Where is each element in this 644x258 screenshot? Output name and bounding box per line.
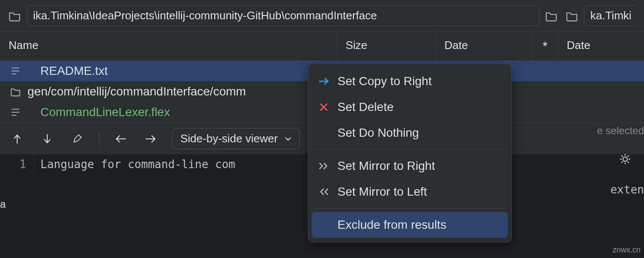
- prev-diff-button[interactable]: [9, 130, 26, 147]
- context-menu: Set Copy to Right Set Delete Set Do Noth…: [308, 64, 512, 243]
- column-date-left[interactable]: Date: [436, 32, 532, 60]
- menu-separator: [314, 149, 505, 150]
- path-bar: ika.Timkina\IdeaProjects\intellij-commun…: [0, 0, 644, 31]
- menu-mirror-right[interactable]: Set Mirror to Right: [308, 153, 511, 179]
- text-file-icon: [10, 66, 21, 76]
- forward-button[interactable]: [142, 130, 159, 147]
- file-name: CommandLineLexer.flex: [32, 105, 170, 119]
- menu-label: Set Do Nothing: [337, 126, 419, 140]
- menu-set-copy-right[interactable]: Set Copy to Right: [308, 68, 511, 94]
- menu-set-delete[interactable]: Set Delete: [308, 94, 511, 120]
- right-path-input[interactable]: ka.Timki: [584, 5, 635, 26]
- toolbar-divider: [99, 132, 99, 146]
- chevron-down-icon: [285, 136, 292, 141]
- menu-mirror-left[interactable]: Set Mirror to Left: [308, 179, 511, 205]
- viewer-mode-dropdown[interactable]: Side-by-side viewer: [172, 128, 300, 149]
- left-tab[interactable]: a: [0, 198, 6, 211]
- text-file-icon: [10, 108, 21, 117]
- watermark: znwx.cn: [613, 246, 641, 255]
- menu-exclude-results[interactable]: Exclude from results: [312, 212, 508, 238]
- next-diff-button[interactable]: [39, 130, 56, 147]
- table-header: Name Size Date * Date: [0, 31, 644, 61]
- right-path-segment: ka.Timki: [566, 5, 635, 26]
- editor-line-right: exten: [611, 180, 644, 200]
- chevrons-left-icon: [318, 187, 330, 196]
- column-name[interactable]: Name: [0, 32, 337, 60]
- arrow-right-icon: [318, 77, 330, 85]
- edit-button[interactable]: [69, 130, 86, 147]
- menu-label: Set Mirror to Right: [337, 159, 435, 173]
- svg-point-6: [623, 157, 627, 161]
- folder-icon[interactable]: [545, 10, 557, 22]
- menu-separator: [314, 208, 505, 209]
- left-path-segment: ika.Timkina\IdeaProjects\intellij-commun…: [9, 5, 557, 26]
- editor-line: Language for command-line com: [34, 154, 241, 174]
- back-button[interactable]: [112, 130, 129, 147]
- file-name: README.txt: [32, 64, 108, 78]
- close-icon: [318, 102, 330, 112]
- menu-label: Set Copy to Right: [337, 74, 431, 88]
- chevrons-right-icon: [318, 162, 330, 170]
- left-path-input[interactable]: ika.Timkina\IdeaProjects\intellij-commun…: [27, 5, 539, 26]
- column-size[interactable]: Size: [337, 32, 436, 60]
- line-number: 1: [0, 154, 34, 174]
- column-star[interactable]: *: [532, 32, 558, 60]
- menu-label: Set Delete: [337, 100, 394, 114]
- menu-set-do-nothing[interactable]: Set Do Nothing: [308, 120, 511, 146]
- right-hint: e selected: [597, 125, 644, 137]
- folder-icon: [10, 87, 21, 96]
- menu-label: Exclude from results: [337, 218, 447, 232]
- dropdown-label: Side-by-side viewer: [180, 132, 278, 145]
- folder-icon: [566, 10, 578, 22]
- file-name: gen/com/intellij/commandInterface/comm: [27, 85, 246, 98]
- menu-label: Set Mirror to Left: [337, 185, 427, 199]
- column-date-right[interactable]: Date: [558, 32, 644, 60]
- folder-icon: [9, 10, 21, 22]
- settings-button[interactable]: [617, 150, 634, 168]
